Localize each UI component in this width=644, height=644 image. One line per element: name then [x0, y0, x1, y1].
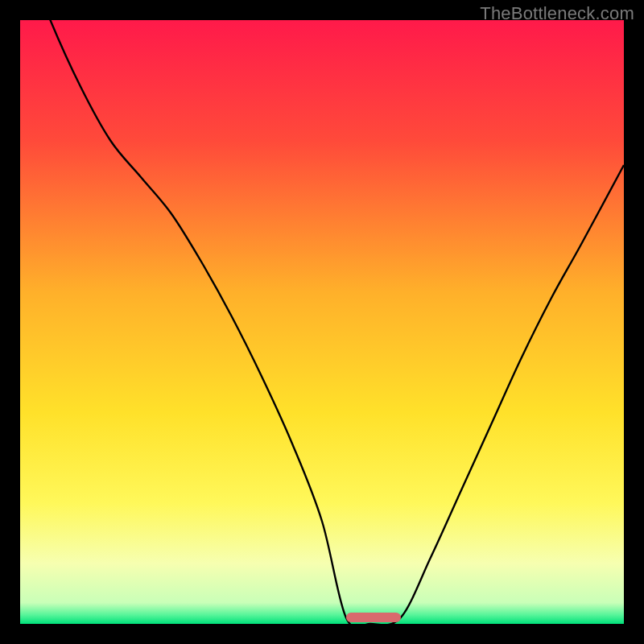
background-gradient [20, 20, 624, 624]
optimum-marker [346, 613, 401, 622]
plot-frame [20, 20, 624, 624]
svg-rect-0 [20, 20, 624, 624]
watermark-text: TheBottleneck.com [480, 3, 634, 24]
